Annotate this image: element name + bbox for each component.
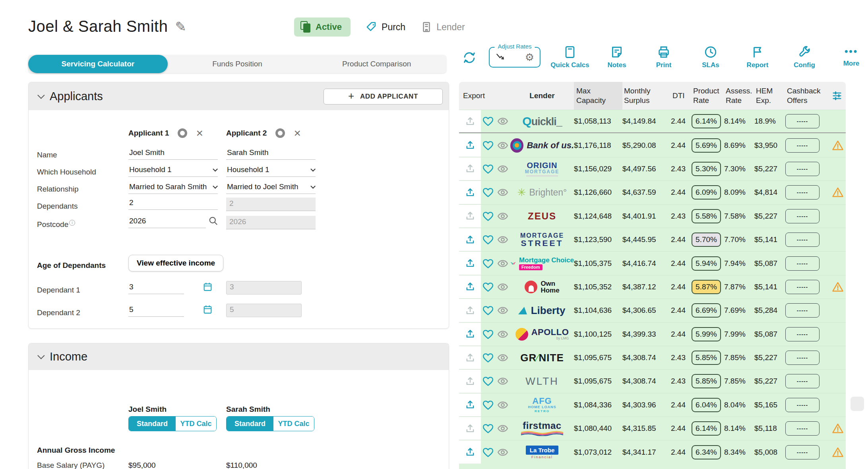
household-select-applicant2[interactable]: Household 1 bbox=[226, 165, 316, 177]
view-details-button[interactable] bbox=[495, 375, 510, 387]
export-button[interactable] bbox=[459, 205, 481, 228]
view-details-button[interactable] bbox=[495, 258, 510, 269]
product-rate-button[interactable]: 5.99% bbox=[692, 327, 721, 341]
cashback-offers-button[interactable]: ----- bbox=[785, 351, 820, 365]
product-rate-button[interactable]: 6.09% bbox=[692, 185, 721, 200]
collapse-chevron-icon[interactable] bbox=[37, 352, 45, 359]
product-rate-button[interactable]: 6.69% bbox=[692, 303, 721, 318]
view-details-button[interactable] bbox=[495, 163, 510, 175]
favourite-button[interactable] bbox=[481, 281, 495, 293]
search-icon[interactable] bbox=[208, 216, 219, 226]
product-rate-button[interactable]: 6.14% bbox=[692, 421, 721, 436]
favourite-button[interactable] bbox=[481, 115, 495, 127]
view-details-button[interactable] bbox=[495, 140, 510, 151]
cashback-offers-button[interactable]: ----- bbox=[785, 256, 820, 271]
export-button[interactable] bbox=[459, 417, 481, 440]
toggle-standard[interactable]: Standard bbox=[227, 417, 273, 431]
export-button[interactable] bbox=[459, 346, 481, 369]
cashback-offers-button[interactable]: ----- bbox=[785, 303, 820, 318]
cashback-offers-button[interactable]: ----- bbox=[785, 374, 820, 388]
toggle-standard[interactable]: Standard bbox=[129, 417, 176, 431]
product-rate-button[interactable]: 5.87% bbox=[692, 280, 721, 294]
favourite-button[interactable] bbox=[481, 352, 495, 364]
product-rate-button[interactable]: 6.34% bbox=[692, 445, 721, 459]
toolbar-quick-calcs[interactable]: Quick Calcs bbox=[552, 43, 587, 69]
lender-logo-apollo[interactable]: APOLLOby LMG bbox=[510, 328, 574, 341]
product-rate-button[interactable]: 5.85% bbox=[692, 374, 721, 388]
adjust-rates-control[interactable]: Adjust Rates ⚙ bbox=[489, 47, 541, 68]
tab-funds-position[interactable]: Funds Position bbox=[168, 55, 307, 73]
export-button[interactable] bbox=[459, 323, 481, 346]
name-input-applicant1[interactable] bbox=[128, 147, 218, 160]
view-details-button[interactable] bbox=[495, 115, 510, 127]
dependant-2-age-input[interactable] bbox=[128, 304, 184, 317]
cashback-offers-button[interactable]: ----- bbox=[785, 398, 820, 412]
view-details-button[interactable] bbox=[495, 352, 510, 364]
tab-servicing-calculator[interactable]: Servicing Calculator bbox=[28, 55, 168, 73]
view-details-button[interactable] bbox=[495, 281, 510, 293]
toggle-ytd-calc[interactable]: YTD Calc bbox=[176, 417, 216, 431]
product-rate-button[interactable]: 5.85% bbox=[692, 351, 721, 365]
product-rate-button[interactable]: 6.14% bbox=[692, 114, 721, 128]
view-effective-income-button[interactable]: View effective income bbox=[128, 255, 223, 271]
lender-logo-firstmac[interactable]: firstmac bbox=[510, 421, 574, 436]
dependants-input-applicant1[interactable] bbox=[128, 198, 218, 210]
product-rate-button[interactable]: 5.69% bbox=[692, 138, 721, 153]
tab-product-comparison[interactable]: Product Comparison bbox=[307, 55, 446, 73]
calendar-icon[interactable] bbox=[203, 304, 213, 314]
warning-icon[interactable] bbox=[832, 281, 844, 293]
lender-logo-latrobe[interactable]: La TrobeFinancial bbox=[510, 446, 574, 459]
lender-logo-mortgagestreet[interactable]: MORTGAGESTREET bbox=[510, 233, 574, 247]
relationship-select-applicant1[interactable]: Married to Sarah Smith bbox=[128, 182, 218, 194]
lender-logo-liberty[interactable]: Liberty bbox=[510, 304, 574, 317]
warning-icon[interactable] bbox=[832, 446, 844, 458]
view-details-button[interactable] bbox=[495, 422, 510, 434]
cashback-offers-button[interactable]: ----- bbox=[785, 421, 820, 436]
cashback-offers-button[interactable]: ----- bbox=[785, 327, 820, 341]
base-salary-value-applicant1[interactable]: $95,000 bbox=[128, 461, 156, 469]
favourite-button[interactable] bbox=[481, 186, 495, 198]
visibility-toggle-icon[interactable] bbox=[178, 128, 187, 138]
warning-icon[interactable] bbox=[832, 186, 844, 198]
view-details-button[interactable] bbox=[495, 446, 510, 458]
gear-icon[interactable]: ⚙ bbox=[525, 52, 534, 62]
favourite-button[interactable] bbox=[481, 328, 495, 340]
export-button[interactable] bbox=[459, 299, 481, 322]
export-button[interactable] bbox=[459, 252, 481, 275]
col-header-export[interactable]: Export bbox=[459, 91, 481, 101]
toolbar-print[interactable]: Print bbox=[646, 43, 681, 69]
col-header-product-rate[interactable]: Product Rate bbox=[692, 86, 724, 105]
cashback-offers-button[interactable]: ----- bbox=[785, 114, 820, 128]
lender-logo-wlth[interactable]: WLTH bbox=[510, 375, 574, 388]
lender-logo-origin[interactable]: ORIGINMORTGAGE bbox=[510, 161, 574, 176]
product-rate-button[interactable]: 5.70% bbox=[692, 233, 721, 247]
col-header-dti[interactable]: DTI bbox=[671, 91, 692, 101]
view-details-button[interactable] bbox=[495, 328, 510, 340]
warning-icon[interactable] bbox=[832, 140, 844, 151]
col-header-max-capacity[interactable]: Max Capacity bbox=[574, 82, 622, 110]
export-button[interactable] bbox=[459, 393, 481, 417]
cashback-offers-button[interactable]: ----- bbox=[785, 185, 820, 200]
product-rate-button[interactable]: 5.30% bbox=[692, 162, 721, 176]
favourite-button[interactable] bbox=[481, 375, 495, 387]
export-button[interactable] bbox=[459, 110, 481, 132]
household-select-applicant1[interactable]: Household 1 bbox=[128, 165, 218, 177]
product-rate-button[interactable]: 6.04% bbox=[692, 398, 721, 412]
lender-logo-afg[interactable]: AFGHOME LOANSRETRO bbox=[510, 397, 574, 413]
favourite-button[interactable] bbox=[481, 399, 495, 411]
toolbar-notes[interactable]: Notes bbox=[599, 43, 634, 69]
lender-logo-granite[interactable]: GR∕NITE bbox=[510, 352, 574, 364]
cashback-offers-button[interactable]: ----- bbox=[785, 162, 820, 176]
cashback-offers-button[interactable]: ----- bbox=[785, 138, 820, 153]
favourite-button[interactable] bbox=[481, 234, 495, 246]
scrollbar-thumb[interactable] bbox=[851, 397, 864, 411]
col-header-hem-exp[interactable]: HEM Exp. bbox=[754, 86, 785, 105]
export-button[interactable] bbox=[459, 134, 481, 157]
cashback-offers-button[interactable]: ----- bbox=[785, 280, 820, 294]
product-rate-button[interactable]: 5.58% bbox=[692, 209, 721, 223]
cashback-offers-button[interactable]: ----- bbox=[785, 445, 820, 459]
favourite-button[interactable] bbox=[481, 140, 495, 151]
add-applicant-button[interactable]: + ADD APPLICANT bbox=[324, 89, 443, 105]
view-details-button[interactable] bbox=[495, 210, 510, 222]
cashback-offers-button[interactable]: ----- bbox=[785, 233, 820, 247]
